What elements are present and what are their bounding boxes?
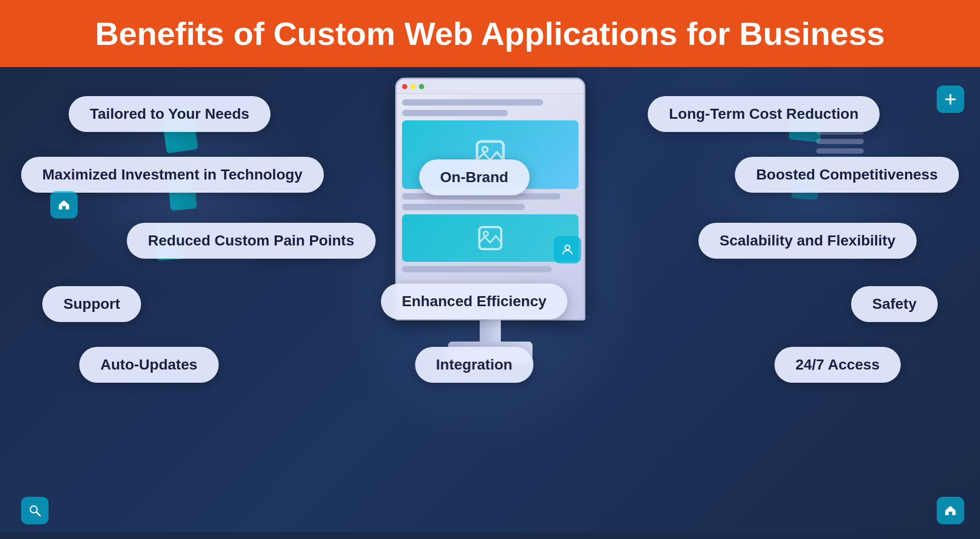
pill-support: Support: [42, 286, 141, 322]
monitor-illustration: [379, 78, 601, 384]
pill-integration: Integration: [415, 347, 534, 383]
dot-green: [419, 84, 424, 89]
svg-point-6: [565, 245, 570, 250]
screen-topbar: [397, 79, 584, 94]
screen-line-5: [402, 266, 552, 272]
pill-safety: Safety: [851, 286, 938, 322]
svg-line-8: [36, 512, 40, 516]
deco-line-3: [816, 139, 864, 144]
screen-line-4: [402, 204, 526, 210]
badge-plus-right: [937, 86, 964, 113]
screen-line-2: [402, 110, 508, 116]
badge-home-right: [937, 497, 964, 524]
pill-access: 24/7 Access: [774, 347, 901, 383]
pill-autoupdates: Auto-Updates: [79, 347, 219, 383]
dot-yellow: [410, 84, 416, 89]
deco-line-4: [816, 148, 864, 154]
pill-reduced: Reduced Custom Pain Points: [127, 223, 376, 259]
pill-scalability: Scalability and Flexibility: [698, 223, 917, 259]
pill-boosted: Boosted Competitiveness: [735, 157, 959, 193]
pill-tailored: Tailored to Your Needs: [69, 96, 270, 132]
badge-home-left: [50, 191, 78, 219]
screen-image-block-2: [402, 214, 578, 262]
page-title: Benefits of Custom Web Applications for …: [21, 15, 959, 52]
pill-maxinvest: Maximized Investment in Technology: [21, 157, 324, 193]
pill-longterm: Long-Term Cost Reduction: [648, 96, 880, 132]
main-content: Tailored to Your Needs Long-Term Cost Re…: [0, 67, 980, 532]
screen-line-1: [402, 99, 543, 106]
badge-person: [554, 236, 581, 263]
svg-point-1: [482, 147, 488, 152]
badge-search: [21, 497, 49, 524]
svg-point-3: [483, 232, 488, 236]
header: Benefits of Custom Web Applications for …: [0, 0, 980, 67]
pill-onbrand: On-Brand: [419, 159, 529, 195]
dot-red: [402, 84, 407, 89]
pill-efficiency: Enhanced Efficiency: [381, 283, 568, 319]
